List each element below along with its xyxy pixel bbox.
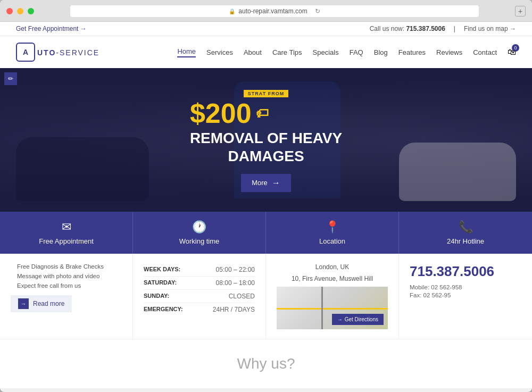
location-city: London, UK (277, 263, 388, 271)
location-detail: London, UK 10, Firs Avenue, Muswell Hill… (266, 254, 399, 339)
info-hotline[interactable]: 📞 24hr Hotline (399, 212, 532, 254)
close-dot[interactable] (6, 8, 13, 14)
info-working-label: Working time (142, 237, 257, 245)
sunday-label: SUNDAY: (144, 293, 169, 300)
main-nav: Home Services About Care Tips Specials F… (177, 47, 516, 57)
appointment-detail: Free Diagnosis & Brake Checks Message wi… (0, 254, 133, 339)
read-more-button[interactable]: → Read more (11, 295, 72, 312)
why-us-section: Why us? (0, 339, 532, 388)
car-left-silhouette (16, 137, 149, 201)
logo[interactable]: A UTO-SERVICE (16, 43, 99, 62)
address-bar[interactable]: 🔒 auto-repair.vamtam.com ↻ (70, 5, 479, 17)
nav-reviews[interactable]: Reviews (436, 48, 462, 56)
free-appointment-link[interactable]: Get Free Appointment → (16, 25, 87, 32)
maximize-dot[interactable] (28, 8, 34, 14)
hero-title: REMOVAL OF HEAVY DAMAGES (190, 129, 342, 165)
directions-arrow-icon: → (337, 316, 343, 322)
car-right-silhouette (399, 143, 516, 201)
sunday-value: CLOSED (229, 293, 255, 300)
clock-icon: 🕐 (142, 220, 257, 234)
logo-text-container: UTO-SERVICE (37, 47, 99, 58)
new-tab-button[interactable]: + (515, 6, 526, 16)
nav-services[interactable]: Services (206, 48, 233, 56)
phone-icon: 📞 (408, 220, 523, 234)
envelope-icon: ✉ (9, 220, 124, 234)
get-directions-button[interactable]: → Get Directions (332, 314, 384, 325)
website-content: Get Free Appointment → Call us now: 715.… (0, 22, 532, 388)
working-time-detail: WEEK DAYS: 05:00 – 22:00 SATURDAY: 08:00… (133, 254, 266, 339)
info-appointment-label: Free Appointment (9, 237, 124, 245)
nav-faq[interactable]: FAQ (350, 48, 363, 56)
logo-icon: A (16, 43, 35, 62)
hero-price: $200 🏷 (190, 99, 342, 127)
hotline-detail: 715.387.5006 Mobile: 02 562-958 Fax: 02 … (399, 254, 532, 339)
info-bar: ✉ Free Appointment 🕐 Working time 📍 Loca… (0, 212, 532, 254)
schedule-weekdays: WEEK DAYS: 05:00 – 22:00 (144, 263, 255, 277)
phone-number-top: 715.387.5006 (406, 25, 445, 32)
schedule-saturday: SATURDAY: 08:00 – 18:00 (144, 277, 255, 290)
info-location-label: Location (275, 237, 390, 245)
emergency-value: 24HR / 7DAYS (213, 306, 255, 313)
schedule-emergency: EMERGENCY: 24HR / 7DAYS (144, 303, 255, 316)
why-us-title: Why us? (16, 355, 516, 372)
weekdays-label: WEEK DAYS: (144, 266, 180, 273)
top-bar: Get Free Appointment → Call us now: 715.… (0, 22, 532, 36)
hero-content: STRAT FROM $200 🏷 REMOVAL OF HEAVY DAMAG… (190, 88, 342, 191)
saturday-value: 08:00 – 18:00 (216, 279, 255, 287)
location-pin-icon: 📍 (275, 220, 390, 234)
browser-controls: 🔒 auto-repair.vamtam.com ↻ + (6, 5, 526, 17)
nav-contact[interactable]: Contact (473, 48, 497, 56)
separator: | (454, 25, 455, 32)
info-working-time[interactable]: 🕐 Working time (133, 212, 266, 254)
find-on-map-link[interactable]: Find us on map → (464, 25, 516, 32)
saturday-label: SATURDAY: (144, 279, 177, 287)
minimize-dot[interactable] (17, 8, 23, 14)
hero-price-label: STRAT FROM (244, 90, 288, 97)
hero-more-button[interactable]: More → (241, 174, 291, 192)
refresh-icon[interactable]: ↻ (315, 7, 320, 15)
browser-window: 🔒 auto-repair.vamtam.com ↻ + Get Free Ap… (0, 0, 532, 392)
appointment-item-1: Free Diagnosis & Brake Checks (11, 263, 122, 270)
hotline-mobile: Mobile: 02 562-958 (410, 284, 521, 290)
emergency-label: EMERGENCY: (144, 306, 183, 313)
browser-chrome: 🔒 auto-repair.vamtam.com ↻ + (0, 0, 532, 22)
lock-icon: 🔒 (229, 9, 235, 14)
nav-care-tips[interactable]: Care Tips (272, 48, 302, 56)
nav-home[interactable]: Home (177, 47, 196, 57)
nav-features[interactable]: Features (398, 48, 426, 56)
cart-badge: 0 (512, 44, 519, 52)
map-road-vertical (321, 287, 323, 329)
top-bar-right: Call us now: 715.387.5006 | Find us on m… (370, 25, 516, 32)
hero-section: ✏ STRAT FROM $200 🏷 REMOVAL OF HEAVY DAM… (0, 68, 532, 212)
hotline-phone[interactable]: 715.387.5006 (410, 263, 521, 280)
appointment-item-2: Message with photo and video (11, 273, 122, 279)
appointment-item-3: Expect free call from us (11, 282, 122, 289)
hotline-fax: Fax: 02 562-95 (410, 292, 521, 298)
weekdays-value: 05:00 – 22:00 (216, 266, 255, 273)
map-placeholder: → Get Directions (277, 287, 388, 329)
cart-icon[interactable]: 🛍 0 (508, 47, 516, 57)
logo-text: UTO-SERVICE (37, 48, 99, 57)
url-text: auto-repair.vamtam.com (238, 7, 307, 15)
info-details: Free Diagnosis & Brake Checks Message wi… (0, 254, 532, 339)
call-us-label: Call us now: 715.387.5006 (370, 25, 445, 32)
edit-icon[interactable]: ✏ (4, 72, 17, 85)
nav-blog[interactable]: Blog (374, 48, 388, 56)
appointment-list: Free Diagnosis & Brake Checks Message wi… (11, 263, 122, 289)
logo-letter: A (23, 48, 28, 56)
read-more-arrow-icon: → (18, 298, 29, 309)
price-tag-icon: 🏷 (256, 107, 269, 120)
map-road-horizontal (277, 308, 388, 310)
info-hotline-label: 24hr Hotline (408, 237, 523, 245)
nav-specials[interactable]: Specials (313, 48, 339, 56)
location-address: 10, Firs Avenue, Muswell Hill (277, 275, 388, 282)
schedule-sunday: SUNDAY: CLOSED (144, 290, 255, 303)
arrow-icon: → (272, 178, 280, 188)
header: A UTO-SERVICE Home Services About Care T… (0, 36, 532, 68)
nav-about[interactable]: About (244, 48, 262, 56)
info-location[interactable]: 📍 Location (266, 212, 399, 254)
info-free-appointment[interactable]: ✉ Free Appointment (0, 212, 133, 254)
